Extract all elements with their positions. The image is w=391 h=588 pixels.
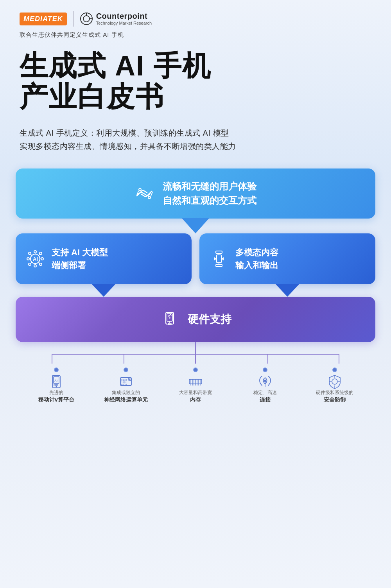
top-card-text: 流畅和无缝的用户体验 自然和直观的交互方式 <box>163 179 256 208</box>
hw-dot-2 <box>124 368 128 372</box>
multimodal-icon <box>209 249 229 269</box>
hw-dot-5 <box>332 368 337 372</box>
arrow-shape-top <box>181 218 210 233</box>
hw-item-4: 稳定、高速 连接 <box>232 368 298 403</box>
middle-left-card: AI 支持 AI 大模型 端侧部署 <box>16 233 192 284</box>
svg-rect-37 <box>54 384 56 386</box>
counterpoint-logo: Counterpoint Technology Market Research <box>80 11 152 26</box>
arrow-left-shape <box>92 284 115 297</box>
hardware-icon <box>160 309 180 330</box>
hw-dot-1 <box>54 368 59 372</box>
arrow-left <box>16 284 192 297</box>
svg-point-10 <box>27 258 29 260</box>
npu-icon: 0110 1101 0110 <box>118 374 134 389</box>
hw-label-4-sub: 稳定、高速 <box>253 389 277 396</box>
counterpoint-icon <box>80 12 93 25</box>
hw-dot-3 <box>193 368 198 372</box>
security-icon <box>327 374 343 389</box>
title-line2: 产业白皮书 <box>20 81 371 112</box>
description: 生成式 AI 手机定义：利用大规模、预训练的生成式 AI 模型 实现多模态内容生… <box>0 112 391 153</box>
svg-rect-26 <box>217 255 221 263</box>
svg-text:0110: 0110 <box>121 383 127 386</box>
mobile-platform-icon: AI <box>48 374 64 389</box>
connector-area <box>16 342 375 364</box>
hw-item-5: 硬件级和系统级的 安全防御 <box>302 368 368 403</box>
svg-point-1 <box>83 16 90 22</box>
diagram: 流畅和无缝的用户体验 自然和直观的交互方式 AI <box>0 153 391 403</box>
svg-point-11 <box>41 258 43 260</box>
drop2 <box>124 354 124 364</box>
svg-text:AI: AI <box>33 256 38 262</box>
drop4 <box>267 354 268 364</box>
arrow-right-shape <box>276 284 299 297</box>
middle-right-card: 多模态内容 输入和输出 <box>199 233 375 284</box>
svg-point-8 <box>34 251 36 253</box>
hw-label-5-sub: 硬件级和系统级的 <box>316 389 353 396</box>
header: MEDIATEK Counterpoint Technology Market … <box>0 0 391 30</box>
hw-items-row: AI 先进的 移动计v算平台 0110 1101 0110 集成或独立的 神经网… <box>16 368 375 403</box>
counterpoint-name: Counterpoint <box>96 11 152 21</box>
svg-point-61 <box>264 380 266 382</box>
top-card-line1: 流畅和无缝的用户体验 <box>163 179 256 194</box>
middle-left-line2: 端侧部署 <box>52 259 108 272</box>
middle-left-line1: 支持 AI 大模型 <box>52 246 108 259</box>
middle-right-line1: 多模态内容 <box>235 246 278 259</box>
svg-point-4 <box>139 188 141 191</box>
svg-point-5 <box>148 196 151 199</box>
arrow-right <box>199 284 375 297</box>
connector-v-main <box>195 342 196 354</box>
svg-point-45 <box>129 379 131 380</box>
svg-point-9 <box>34 265 36 267</box>
subtitle: 联合生态伙伴共同定义生成式 AI 手机 <box>0 30 391 39</box>
svg-line-23 <box>30 262 32 264</box>
arrows-middle <box>16 284 375 297</box>
memory-icon <box>188 374 203 389</box>
svg-line-21 <box>39 262 40 264</box>
hw-label-4-main: 连接 <box>260 396 271 404</box>
svg-text:AI: AI <box>54 379 57 382</box>
svg-point-63 <box>332 379 337 384</box>
svg-point-39 <box>56 386 57 387</box>
handshake-icon <box>135 183 155 204</box>
bottom-card-label: 硬件支持 <box>188 312 231 327</box>
hw-item-2: 0110 1101 0110 集成或独立的 神经网络运算单元 <box>93 368 159 403</box>
mediatek-logo: MEDIATEK <box>20 13 67 25</box>
bottom-card: 硬件支持 <box>16 297 375 342</box>
svg-rect-24 <box>216 251 222 253</box>
hw-label-1-sub: 先进的 <box>49 389 63 396</box>
middle-right-line2: 输入和输出 <box>235 259 278 272</box>
hw-label-5-main: 安全防御 <box>324 396 346 404</box>
svg-line-20 <box>30 254 32 255</box>
svg-rect-38 <box>56 384 58 386</box>
svg-rect-25 <box>216 264 222 267</box>
hw-label-2-main: 神经网络运算单元 <box>104 396 148 404</box>
hw-dot-4 <box>263 368 267 372</box>
arrow-top-down <box>181 218 210 233</box>
counterpoint-text-block: Counterpoint Technology Market Research <box>96 11 152 26</box>
main-title: 生成式 AI 手机 产业白皮书 <box>0 39 391 112</box>
hw-item-3: 大容量和高带宽 内存 <box>163 368 228 403</box>
hw-item-1: AI 先进的 移动计v算平台 <box>23 368 89 403</box>
desc-line2: 实现多模态内容生成、情境感知，并具备不断增强的类人能力 <box>20 140 371 153</box>
hw-label-3-sub: 大容量和高带宽 <box>179 389 212 396</box>
hw-label-3-main: 内存 <box>190 396 201 404</box>
drop1 <box>52 354 52 364</box>
top-card: 流畅和无缝的用户体验 自然和直观的交互方式 <box>16 169 375 219</box>
middle-row: AI 支持 AI 大模型 端侧部署 <box>16 233 375 284</box>
svg-line-22 <box>39 254 40 255</box>
logo-divider <box>73 11 74 27</box>
title-line1: 生成式 AI 手机 <box>20 50 371 81</box>
middle-left-text: 支持 AI 大模型 端侧部署 <box>52 246 108 272</box>
drop5 <box>339 354 339 364</box>
counterpoint-sub: Technology Market Research <box>96 21 152 26</box>
desc-line1: 生成式 AI 手机定义：利用大规模、预训练的生成式 AI 模型 <box>20 126 371 140</box>
hw-label-2-sub: 集成或独立的 <box>112 389 140 396</box>
middle-right-text: 多模态内容 输入和输出 <box>235 246 278 272</box>
drop3 <box>195 354 196 364</box>
svg-point-33 <box>169 317 170 319</box>
top-card-line2: 自然和直观的交互方式 <box>163 194 256 208</box>
connectivity-icon <box>257 374 273 389</box>
hw-label-1-main: 移动计v算平台 <box>38 396 74 404</box>
ai-model-icon: AI <box>25 249 45 269</box>
